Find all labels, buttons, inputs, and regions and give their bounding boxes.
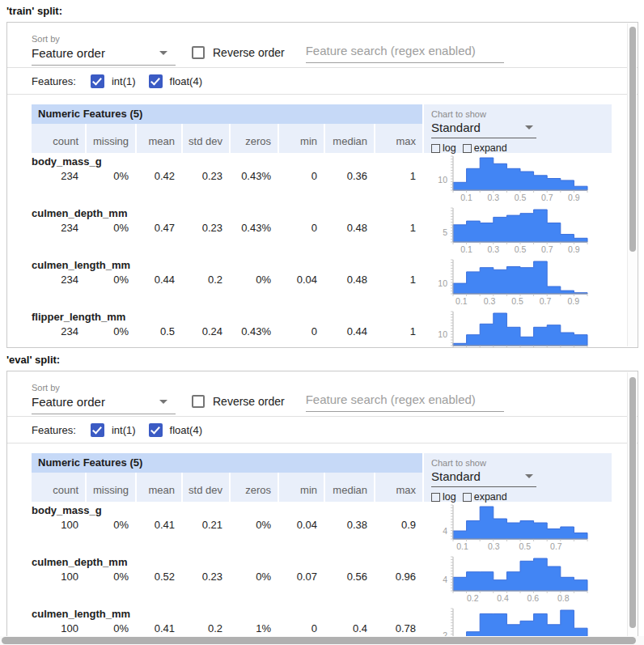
col-median: median [324,473,374,502]
histogram-body-mass-g: 100.10.30.50.70.9 [424,153,612,205]
filter-float[interactable]: float(4) [149,74,202,88]
svg-text:0.7: 0.7 [540,296,552,305]
feature-name: body_mass_g [32,504,422,516]
cell-zeros: 0% [229,274,278,286]
table-row: body_mass_g 234 0% 0.42 0.23 0.43% 0 0.3… [32,153,422,205]
cell-median: 0.56 [324,571,374,583]
vertical-scrollbar-thumb[interactable] [629,27,636,252]
expand-label: expand [474,491,507,503]
feature-name: culmen_length_mm [32,608,422,620]
chart-to-show-box: Chart to show Standard log expand [424,453,612,502]
histogram-culmen-depth-mm: 50.10.30.50.70.9 [424,205,612,257]
svg-text:10: 10 [438,175,447,185]
reverse-order-checkbox[interactable] [192,395,205,408]
horizontal-scrollbar-thumb[interactable] [2,637,636,644]
svg-text:0.3: 0.3 [487,244,499,253]
column-headers: count missing mean std dev zeros min med… [32,473,422,502]
table-row: culmen_length_mm 234 0% 0.44 0.2 0% 0.04… [32,257,422,308]
stats-table: Numeric Features (5) count missing mean … [32,453,422,645]
feature-name: culmen_length_mm [32,259,422,271]
feature-search-input[interactable] [306,389,504,412]
log-checkbox[interactable] [431,144,440,153]
feature-search-input[interactable] [306,40,504,63]
chart-type-value: Standard [431,469,481,483]
cell-stddev: 0.21 [181,519,229,531]
histogram-body-mass-g: 40.10.30.50.7 [424,502,612,554]
filter-float[interactable]: float(4) [149,423,202,437]
table-row: culmen_depth_mm 234 0% 0.47 0.23 0.43% 0… [32,205,422,257]
sort-by-dropdown[interactable]: Sort by Feature order [32,34,176,66]
cell-stddev: 0.23 [181,170,229,182]
cell-stddev: 0.23 [181,222,229,234]
feature-name: flipper_length_mm [32,311,422,323]
svg-text:0.1: 0.1 [455,296,468,305]
int-checkbox-checked[interactable] [91,423,104,437]
cell-count: 234 [32,274,85,286]
table-row: body_mass_g 100 0% 0.41 0.21 0% 0.04 0.3… [32,502,422,554]
sort-by-dropdown[interactable]: Sort by Feature order [32,383,176,414]
sort-by-value: Feature order [32,395,105,409]
expand-checkbox[interactable] [463,144,472,153]
int-checkbox-checked[interactable] [91,74,104,88]
cell-mean: 0.44 [135,274,181,286]
cell-count: 234 [32,170,85,182]
histogram-culmen-length-mm: 100.10.30.50.70.9 [424,257,612,308]
svg-text:0.4: 0.4 [497,593,509,602]
float-checkbox-checked[interactable] [149,74,163,88]
log-checkbox[interactable] [431,493,440,502]
cell-count: 100 [32,622,85,634]
feature-search [306,389,504,412]
stats-table: Numeric Features (5) count missing mean … [32,104,422,348]
features-label: Features: [32,424,76,436]
svg-text:0.7: 0.7 [550,541,562,550]
svg-text:0.9: 0.9 [568,193,580,202]
chart-type-dropdown[interactable]: Standard [431,468,536,487]
cell-zeros: 0.43% [229,222,278,234]
cell-missing: 0% [85,274,135,286]
svg-text:10: 10 [438,278,447,288]
chart-type-dropdown[interactable]: Standard [431,119,536,138]
features-filter-row: Features: int(1) float(4) [7,417,638,443]
cell-count: 234 [32,325,85,337]
charts-column: Chart to show Standard log expand 100.10… [424,104,612,348]
cell-mean: 0.41 [135,519,181,531]
reverse-order-checkbox[interactable] [192,46,205,59]
histogram-culmen-depth-mm: 40.20.40.60.8 [424,554,612,605]
cell-missing: 0% [85,519,135,531]
col-min: min [278,124,324,153]
numeric-features-section: Numeric Features (5) count missing mean … [32,453,638,645]
cell-stddev: 0.2 [181,622,229,634]
vertical-scrollbar-thumb[interactable] [629,377,636,628]
charts-column: Chart to show Standard log expand 40.10.… [424,453,612,645]
horizontal-scrollbar-track[interactable] [0,636,644,645]
filter-int[interactable]: int(1) [91,74,136,88]
cell-count: 100 [32,519,85,531]
float-checkbox-checked[interactable] [149,423,163,437]
feature-search [306,40,504,63]
expand-checkbox[interactable] [463,493,472,502]
sort-by-label: Sort by [32,383,176,393]
table-row: culmen_depth_mm 100 0% 0.52 0.23 0% 0.07… [32,554,422,605]
cell-min: 0 [278,170,324,182]
column-headers: count missing mean std dev zeros min med… [32,124,422,153]
svg-text:10: 10 [438,329,447,339]
vertical-scrollbar-track[interactable] [627,23,637,346]
cell-stddev: 0.23 [181,571,229,583]
chevron-down-icon [159,51,167,55]
svg-text:0.7: 0.7 [541,193,553,202]
col-missing: missing [85,124,135,153]
cell-min: 0 [278,622,324,634]
svg-text:0.1: 0.1 [456,541,468,550]
filter-int[interactable]: int(1) [91,423,136,437]
cell-median: 0.38 [324,519,374,531]
vertical-scrollbar-track[interactable] [627,372,637,645]
reverse-order-label: Reverse order [213,395,285,408]
cell-zeros: 1% [229,622,278,634]
controls-bar: Sort by Feature order Reverse order [7,23,638,68]
svg-text:0.2: 0.2 [467,593,479,602]
controls-bar: Sort by Feature order Reverse order [7,371,638,417]
eval-split-title: 'eval' split: [6,354,60,366]
chart-type-value: Standard [431,121,481,134]
svg-text:0.5: 0.5 [515,193,527,202]
cell-median: 0.48 [324,274,374,286]
